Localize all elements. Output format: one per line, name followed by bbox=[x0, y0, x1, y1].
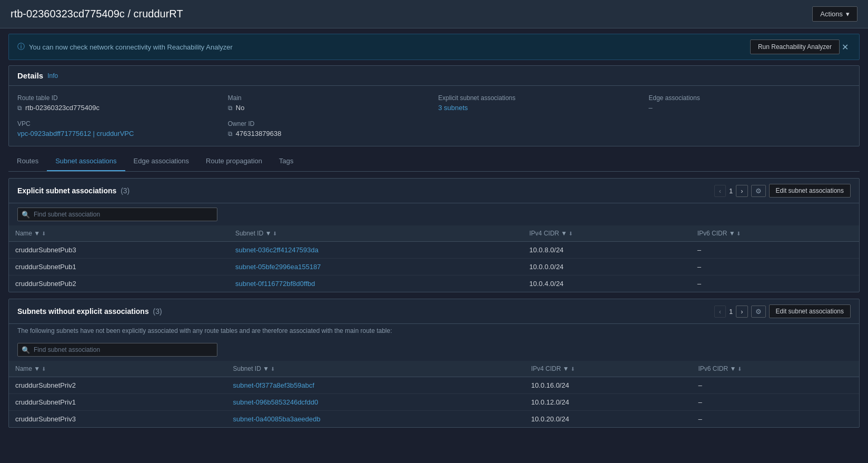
explicit-section-title: Explicit subnet associations (3) bbox=[17, 186, 129, 195]
explicit-subnet-label: Explicit subnet associations bbox=[438, 94, 641, 102]
close-banner-button[interactable]: ✕ bbox=[840, 42, 851, 52]
implicit-next-btn[interactable]: › bbox=[736, 306, 747, 318]
edge-assoc-field: Edge associations – bbox=[648, 94, 851, 112]
run-reachability-button[interactable]: Run Reachability Analyzer bbox=[750, 40, 840, 54]
cell-ipv4: 10.0.4.0/24 bbox=[523, 275, 691, 292]
cell-ipv6: – bbox=[691, 242, 859, 259]
implicit-settings-btn[interactable]: ⚙ bbox=[751, 306, 766, 318]
route-table-id-field: Route table ID ⧉ rtb-02360323cd775409c bbox=[17, 94, 220, 112]
cell-ipv6: – bbox=[692, 377, 859, 394]
cell-ipv4: 10.0.20.0/24 bbox=[525, 411, 692, 428]
vpc-field: VPC vpc-0923abdff71775612 | cruddurVPC bbox=[17, 120, 220, 137]
col-subnet-id[interactable]: Subnet ID ▼ bbox=[229, 225, 523, 242]
cell-subnet-id: subnet-036c2ff41247593da bbox=[229, 242, 523, 259]
explicit-subnet-section: Explicit subnet associations (3) ‹ 1 › ⚙… bbox=[8, 178, 860, 292]
cell-subnet-id: subnet-096b5853246dcfdd0 bbox=[226, 394, 524, 411]
explicit-settings-btn[interactable]: ⚙ bbox=[751, 185, 766, 197]
implicit-header-right: ‹ 1 › ⚙ Edit subnet associations bbox=[714, 304, 851, 318]
banner-text: You can now check network connectivity w… bbox=[29, 43, 233, 51]
explicit-search-input[interactable] bbox=[17, 208, 217, 221]
explicit-table: Name ▼ Subnet ID ▼ IPv4 CIDR ▼ IPv6 CIDR… bbox=[9, 225, 859, 292]
main-field: Main ⧉ No bbox=[228, 94, 430, 112]
owner-field: Owner ID ⧉ 476313879638 bbox=[228, 120, 430, 137]
details-header: Details Info bbox=[9, 66, 859, 86]
explicit-subnet-field: Explicit subnet associations 3 subnets bbox=[438, 94, 641, 112]
table-row: cruddurSubnetPriv1 subnet-096b5853246dcf… bbox=[9, 394, 859, 411]
copy-icon-owner[interactable]: ⧉ bbox=[228, 130, 233, 137]
implicit-section-title-area: Subnets without explicit associations (3… bbox=[17, 307, 162, 316]
tab-routes[interactable]: Routes bbox=[8, 152, 47, 171]
implicit-pagination: ‹ 1 › ⚙ bbox=[714, 306, 766, 318]
cell-ipv6: – bbox=[692, 411, 859, 428]
implicit-section-title: Subnets without explicit associations (3… bbox=[17, 307, 162, 316]
cell-subnet-id: subnet-0a40085ba3aeededb bbox=[226, 411, 524, 428]
col-name[interactable]: Name ▼ bbox=[9, 225, 229, 242]
cell-ipv4: 10.0.0.0/24 bbox=[523, 259, 691, 275]
header-bar: rtb-02360323cd775409c / cruddurRT Action… bbox=[0, 0, 868, 28]
implicit-search-input[interactable] bbox=[17, 343, 217, 357]
banner-actions: Run Reachability Analyzer ✕ bbox=[744, 40, 851, 54]
main-value: ⧉ No bbox=[228, 104, 430, 112]
explicit-pagination: ‹ 1 › ⚙ bbox=[714, 185, 766, 197]
implicit-prev-btn[interactable]: ‹ bbox=[714, 306, 726, 318]
cell-name: cruddurSubnetPub3 bbox=[9, 242, 229, 259]
table-row: cruddurSubnetPriv2 subnet-0f377a8ef3b59a… bbox=[9, 377, 859, 394]
details-card: Details Info Route table ID ⧉ rtb-023603… bbox=[8, 65, 860, 146]
cell-ipv4: 10.0.8.0/24 bbox=[523, 242, 691, 259]
explicit-prev-btn[interactable]: ‹ bbox=[714, 185, 726, 197]
cell-ipv6: – bbox=[692, 394, 859, 411]
tab-subnet-associations[interactable]: Subnet associations bbox=[47, 152, 125, 171]
implicit-col-subnet-id[interactable]: Subnet ID ▼ bbox=[226, 361, 524, 377]
col-ipv6[interactable]: IPv6 CIDR ▼ bbox=[691, 225, 859, 242]
cell-ipv4: 10.0.12.0/24 bbox=[525, 394, 692, 411]
cell-subnet-id: subnet-05bfe2996ea155187 bbox=[229, 259, 523, 275]
route-table-id-value: ⧉ rtb-02360323cd775409c bbox=[17, 104, 220, 112]
cell-ipv6: – bbox=[691, 275, 859, 292]
tab-edge-associations[interactable]: Edge associations bbox=[125, 152, 198, 171]
explicit-next-btn[interactable]: › bbox=[736, 185, 747, 197]
explicit-subnet-value: 3 subnets bbox=[438, 104, 641, 112]
implicit-page-num: 1 bbox=[729, 308, 733, 316]
implicit-col-ipv4[interactable]: IPv4 CIDR ▼ bbox=[525, 361, 692, 377]
implicit-subtitle: The following subnets have not been expl… bbox=[9, 324, 859, 339]
cell-subnet-id: subnet-0f116772bf8d0ffbd bbox=[229, 275, 523, 292]
details-title: Details bbox=[17, 71, 43, 80]
implicit-table: Name ▼ Subnet ID ▼ IPv4 CIDR ▼ IPv6 CIDR… bbox=[9, 361, 859, 427]
explicit-edit-btn[interactable]: Edit subnet associations bbox=[769, 184, 851, 198]
banner-left: ⓘ You can now check network connectivity… bbox=[17, 42, 233, 52]
implicit-edit-btn[interactable]: Edit subnet associations bbox=[769, 304, 851, 318]
main-label: Main bbox=[228, 94, 430, 102]
info-banner: ⓘ You can now check network connectivity… bbox=[8, 34, 860, 60]
tab-tags[interactable]: Tags bbox=[271, 152, 302, 171]
table-row: cruddurSubnetPub1 subnet-05bfe2996ea1551… bbox=[9, 259, 859, 275]
explicit-search-bar: 🔍 bbox=[17, 208, 851, 221]
explicit-section-title-area: Explicit subnet associations (3) bbox=[17, 186, 129, 195]
cell-name: cruddurSubnetPriv1 bbox=[9, 394, 226, 411]
route-table-id-label: Route table ID bbox=[17, 94, 220, 102]
owner-label: Owner ID bbox=[228, 120, 430, 127]
page-title: rtb-02360323cd775409c / cruddurRT bbox=[11, 8, 183, 20]
implicit-search-icon: 🔍 bbox=[22, 346, 30, 354]
vpc-value: vpc-0923abdff71775612 | cruddurVPC bbox=[17, 130, 220, 137]
vpc-label: VPC bbox=[17, 120, 220, 127]
cell-name: cruddurSubnetPriv3 bbox=[9, 411, 226, 428]
details-grid: Route table ID ⧉ rtb-02360323cd775409c M… bbox=[9, 86, 859, 146]
copy-icon[interactable]: ⧉ bbox=[17, 104, 22, 112]
tab-route-propagation[interactable]: Route propagation bbox=[197, 152, 271, 171]
tabs-bar: Routes Subnet associations Edge associat… bbox=[8, 152, 860, 172]
actions-button[interactable]: Actions ▾ bbox=[812, 6, 857, 22]
copy-icon-main[interactable]: ⧉ bbox=[228, 104, 233, 112]
cell-subnet-id: subnet-0f377a8ef3b59abcf bbox=[226, 377, 524, 394]
edge-assoc-value: – bbox=[648, 104, 851, 112]
col-ipv4[interactable]: IPv4 CIDR ▼ bbox=[523, 225, 691, 242]
cell-name: cruddurSubnetPub1 bbox=[9, 259, 229, 275]
explicit-page-num: 1 bbox=[729, 187, 733, 195]
implicit-col-name[interactable]: Name ▼ bbox=[9, 361, 226, 377]
details-info-link[interactable]: Info bbox=[47, 72, 58, 80]
implicit-col-ipv6[interactable]: IPv6 CIDR ▼ bbox=[692, 361, 859, 377]
cell-name: cruddurSubnetPub2 bbox=[9, 275, 229, 292]
edge-assoc-label: Edge associations bbox=[648, 94, 851, 102]
implicit-section-header: Subnets without explicit associations (3… bbox=[9, 299, 859, 324]
table-row: cruddurSubnetPub3 subnet-036c2ff41247593… bbox=[9, 242, 859, 259]
owner-value: ⧉ 476313879638 bbox=[228, 130, 430, 137]
